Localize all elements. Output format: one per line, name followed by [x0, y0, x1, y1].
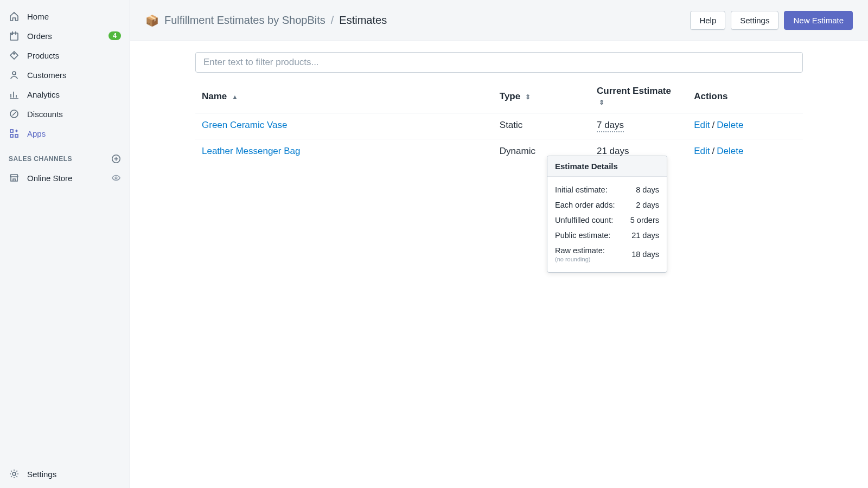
svg-point-1: [14, 53, 15, 54]
sidebar-item-label: Online Store: [27, 174, 111, 183]
edit-link[interactable]: Edit: [694, 146, 710, 156]
sidebar-item-label: Apps: [27, 129, 121, 138]
popover-row: Initial estimate:8 days: [555, 182, 659, 197]
sidebar-item-label: Orders: [27, 31, 108, 41]
popover-title: Estimate Details: [547, 156, 667, 177]
sidebar-item-label: Products: [27, 51, 121, 60]
sidebar-item-label: Analytics: [27, 90, 121, 99]
product-link[interactable]: Leather Messenger Bag: [202, 146, 300, 156]
delete-link[interactable]: Delete: [717, 120, 743, 130]
estimates-table: Name ▲ Type ⇕ Current Estimate ⇕ Actions…: [195, 80, 803, 165]
table-row: Leather Messenger Bag Dynamic 21 days Es…: [195, 139, 803, 165]
svg-point-2: [12, 72, 16, 75]
sidebar-item-customers[interactable]: Customers: [0, 65, 130, 85]
page-title: Estimates: [339, 14, 387, 27]
customers-icon: [9, 69, 20, 80]
delete-link[interactable]: Delete: [717, 146, 743, 156]
product-link[interactable]: Green Ceramic Vase: [202, 120, 287, 130]
help-button[interactable]: Help: [690, 11, 725, 30]
type-cell: Static: [493, 113, 590, 139]
sidebar-item-label: Discounts: [27, 110, 121, 119]
add-channel-icon[interactable]: [111, 154, 121, 164]
package-icon: 📦: [145, 14, 159, 27]
col-name[interactable]: Name ▲: [195, 80, 493, 113]
sidebar-item-analytics[interactable]: Analytics: [0, 85, 130, 104]
action-separator: /: [712, 120, 714, 130]
estimate-value[interactable]: 7 days: [597, 120, 624, 132]
breadcrumb: 📦 Fulfillment Estimates by ShopBits / Es…: [145, 14, 690, 27]
sidebar: Home Orders 4 Products Customers Analy: [0, 0, 130, 488]
orders-icon: [9, 30, 20, 41]
sort-icon: ⇕: [525, 93, 531, 101]
sidebar-item-discounts[interactable]: Discounts: [0, 104, 130, 124]
col-actions: Actions: [687, 80, 803, 113]
svg-rect-4: [10, 130, 13, 132]
svg-point-9: [12, 472, 16, 476]
sidebar-item-apps[interactable]: Apps: [0, 124, 130, 143]
estimate-details-popover: Estimate Details Initial estimate:8 days…: [547, 156, 667, 273]
settings-button[interactable]: Settings: [731, 11, 778, 30]
action-separator: /: [712, 146, 714, 156]
edit-link[interactable]: Edit: [694, 120, 710, 130]
sidebar-item-label: Customers: [27, 70, 121, 80]
discounts-icon: [9, 108, 20, 119]
sidebar-item-home[interactable]: Home: [0, 7, 130, 26]
breadcrumb-separator: /: [331, 14, 334, 27]
sidebar-item-orders[interactable]: Orders 4: [0, 26, 130, 46]
main-content: 📦 Fulfillment Estimates by ShopBits / Es…: [130, 0, 868, 488]
sales-channels-header: SALES CHANNELS: [0, 143, 130, 168]
col-type[interactable]: Type ⇕: [493, 80, 590, 113]
tag-icon: [9, 50, 20, 61]
popover-row: Raw estimate:(no rounding)18 days: [555, 243, 659, 266]
svg-rect-6: [15, 134, 18, 137]
sidebar-settings-label: Settings: [27, 470, 121, 479]
sidebar-item-settings[interactable]: Settings: [0, 459, 130, 488]
preview-icon[interactable]: [111, 173, 121, 183]
analytics-icon: [9, 89, 20, 100]
new-estimate-button[interactable]: New Estimate: [784, 11, 853, 30]
topbar: 📦 Fulfillment Estimates by ShopBits / Es…: [130, 0, 868, 41]
apps-icon: [9, 128, 20, 139]
col-current[interactable]: Current Estimate ⇕: [590, 80, 687, 113]
popover-row: Each order adds:2 days: [555, 197, 659, 213]
sidebar-item-label: Home: [27, 12, 121, 21]
content-area: Name ▲ Type ⇕ Current Estimate ⇕ Actions…: [130, 41, 868, 488]
sidebar-item-online-store[interactable]: Online Store: [0, 168, 130, 188]
top-actions: Help Settings New Estimate: [690, 11, 853, 30]
breadcrumb-app[interactable]: Fulfillment Estimates by ShopBits: [164, 14, 326, 27]
home-icon: [9, 11, 20, 22]
sales-channels-label: SALES CHANNELS: [9, 155, 72, 163]
sort-asc-icon: ▲: [232, 93, 238, 101]
svg-point-8: [115, 177, 117, 179]
sort-icon: ⇕: [599, 99, 604, 106]
sidebar-item-products[interactable]: Products: [0, 46, 130, 65]
table-row: Green Ceramic Vase Static 7 days Edit/De…: [195, 113, 803, 139]
orders-badge: 4: [108, 31, 121, 40]
popover-row: Public estimate:21 days: [555, 228, 659, 243]
gear-icon: [9, 468, 20, 479]
popover-row: Unfulfilled count:5 orders: [555, 213, 659, 228]
storefront-icon: [9, 172, 20, 183]
filter-input[interactable]: [195, 52, 803, 73]
svg-rect-5: [10, 134, 13, 137]
